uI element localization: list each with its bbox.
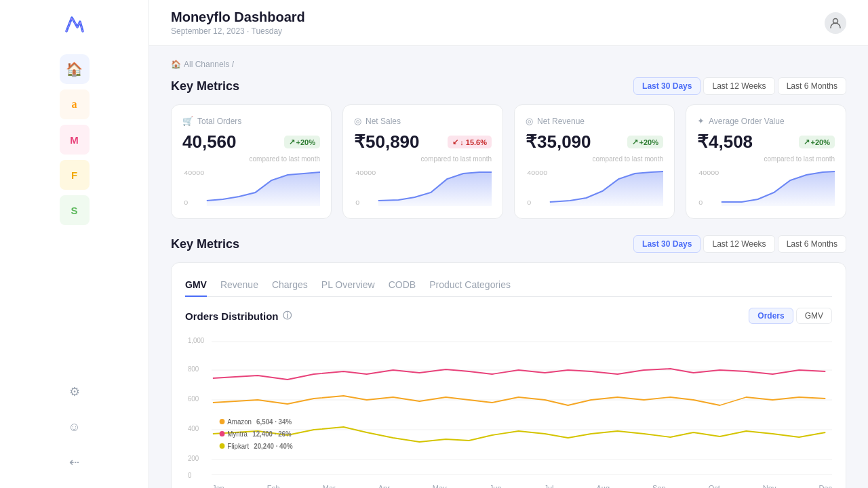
app-date: September 12, 2023 · Tuesday (171, 26, 305, 36)
key-metrics-header-1: Key Metrics Last 30 Days Last 12 Weeks L… (171, 77, 846, 95)
metric-compared-sales: compared to last month (354, 155, 492, 163)
sidebar-item-amazon[interactable]: a (60, 89, 90, 119)
metric-value-row-orders: 40,560 ↗ +20% (182, 131, 320, 152)
myntra-icon: M (70, 134, 79, 146)
tab-charges[interactable]: Charges (272, 274, 308, 297)
metric-label-orders: Total Orders (197, 117, 241, 126)
svg-point-21 (220, 419, 225, 424)
aov-icon: ✦ (697, 116, 705, 126)
tab-pl-overview[interactable]: PL Overview (321, 274, 375, 297)
time-filter-group-2: Last 30 Days Last 12 Weeks Last 6 Months (633, 235, 846, 253)
svg-text:0: 0 (355, 199, 360, 206)
smile-icon: ☺ (68, 420, 80, 434)
app-title: Moneyflo Dashboard (171, 9, 305, 25)
tab-codb[interactable]: CODB (389, 274, 416, 297)
amazon-icon: a (72, 98, 77, 110)
svg-text:12,400 · 26%: 12,400 · 26% (252, 430, 292, 438)
header-info: Moneyflo Dashboard September 12, 2023 · … (171, 9, 305, 36)
header: Moneyflo Dashboard September 12, 2023 · … (149, 0, 868, 46)
metric-value-row-aov: ₹4,508 ↗ +20% (697, 131, 835, 152)
metric-label-aov: Average Order Value (709, 117, 785, 126)
sidebar-item-myntra[interactable]: M (60, 125, 90, 155)
net-sales-icon: ◎ (354, 116, 361, 126)
mini-chart-orders: 40000 0 (182, 167, 320, 207)
svg-text:600: 600 (188, 395, 199, 403)
svg-text:Myntra: Myntra (227, 430, 248, 438)
filter-last-6-months-2[interactable]: Last 6 Months (778, 235, 846, 253)
metric-card-header-orders: 🛒 Total Orders (182, 116, 320, 126)
metric-card-header-aov: ✦ Average Order Value (697, 116, 835, 126)
shopify-icon: S (71, 205, 77, 216)
key-metrics-title-1: Key Metrics (171, 79, 239, 94)
svg-point-24 (220, 431, 225, 436)
filter-last-12-weeks-2[interactable]: Last 12 Weeks (703, 235, 774, 253)
sidebar-item-home[interactable]: 🏠 (60, 54, 90, 84)
svg-text:0: 0 (698, 199, 703, 206)
chart-btn-gmv[interactable]: GMV (796, 308, 832, 324)
orders-distribution-panel: Orders Distribution ⓘ Orders GMV 1,000 8… (185, 308, 832, 488)
metrics-tabs: GMV Revenue Charges PL Overview CODB Pro… (185, 274, 832, 297)
svg-text:400: 400 (188, 425, 199, 432)
sidebar-item-logout[interactable]: ⇠ (60, 447, 90, 477)
filter-last-30-days-2[interactable]: Last 30 Days (633, 235, 701, 253)
sidebar-item-feedback[interactable]: ☺ (60, 412, 90, 442)
metric-compared-aov: compared to last month (697, 155, 835, 163)
main-content: Moneyflo Dashboard September 12, 2023 · … (149, 0, 868, 488)
metrics-section-tabs: GMV Revenue Charges PL Overview CODB Pro… (171, 262, 846, 488)
metric-card-header-revenue: ◎ Net Revenue (526, 116, 663, 126)
svg-text:Flipkart: Flipkart (227, 443, 249, 450)
metric-card-total-orders: 🛒 Total Orders 40,560 ↗ +20% compared to… (171, 104, 332, 219)
chart-container: 1,000 800 600 400 200 0 (185, 332, 832, 488)
content-area: 🏠 All Channels / Key Metrics Last 30 Day… (149, 46, 868, 488)
chart-header: Orders Distribution ⓘ Orders GMV (185, 308, 832, 324)
metric-label-sales: Net Sales (366, 117, 401, 126)
svg-text:800: 800 (188, 365, 199, 373)
filter-last-6-months-1[interactable]: Last 6 Months (778, 77, 846, 95)
svg-text:0: 0 (188, 472, 192, 479)
key-metrics-header-2: Key Metrics Last 30 Days Last 12 Weeks L… (171, 235, 846, 253)
sidebar-bottom: ⚙ ☺ ⇠ (60, 377, 90, 477)
metric-compared-revenue: compared to last month (526, 155, 663, 163)
sidebar-item-settings[interactable]: ⚙ (60, 377, 90, 407)
metric-value-row-sales: ₹50,890 ↙ ↓ 15.6% (354, 131, 492, 152)
cart-icon: 🛒 (182, 116, 193, 126)
svg-point-27 (220, 443, 225, 449)
gear-icon: ⚙ (69, 384, 80, 399)
metric-badge-sales: ↙ ↓ 15.6% (448, 136, 492, 148)
filter-last-30-days-1[interactable]: Last 30 Days (633, 77, 701, 95)
svg-text:1,000: 1,000 (188, 337, 205, 344)
filter-last-12-weeks-1[interactable]: Last 12 Weeks (703, 77, 774, 95)
sidebar-navigation: 🏠 a M F S (0, 54, 149, 225)
key-metrics-title-2: Key Metrics (171, 237, 239, 251)
svg-text:200: 200 (188, 455, 199, 462)
tab-gmv[interactable]: GMV (185, 274, 207, 297)
metric-label-revenue: Net Revenue (537, 117, 585, 126)
tab-revenue[interactable]: Revenue (220, 274, 258, 297)
info-icon: ⓘ (283, 310, 292, 322)
svg-text:6,504 · 34%: 6,504 · 34% (256, 418, 292, 426)
metric-card-aov: ✦ Average Order Value ₹4,508 ↗ +20% comp… (686, 104, 846, 219)
time-filter-group-1: Last 30 Days Last 12 Weeks Last 6 Months (633, 77, 846, 95)
svg-text:40000: 40000 (355, 169, 376, 176)
breadcrumb-home-icon: 🏠 (171, 60, 181, 69)
app-logo (61, 11, 88, 38)
svg-text:20,240 · 40%: 20,240 · 40% (254, 443, 293, 450)
net-revenue-icon: ◎ (526, 116, 533, 126)
metric-value-row-revenue: ₹35,090 ↗ +20% (526, 131, 663, 152)
home-icon: 🏠 (66, 61, 83, 77)
metric-badge-orders: ↗ +20% (284, 136, 320, 148)
sidebar-item-flipkart[interactable]: F (60, 160, 90, 190)
metric-card-net-revenue: ◎ Net Revenue ₹35,090 ↗ +20% compared to… (514, 104, 675, 219)
svg-text:40000: 40000 (184, 169, 204, 176)
chart-controls: Orders GMV (749, 308, 832, 324)
metric-value-orders: 40,560 (182, 131, 237, 152)
user-avatar[interactable] (825, 12, 846, 34)
chart-btn-orders[interactable]: Orders (749, 308, 793, 324)
tab-product-categories[interactable]: Product Categories (429, 274, 511, 297)
svg-text:0: 0 (184, 199, 189, 206)
metric-card-header-sales: ◎ Net Sales (354, 116, 492, 126)
chart-title: Orders Distribution ⓘ (185, 310, 292, 322)
mini-chart-aov: 40000 0 (697, 167, 835, 207)
svg-text:40000: 40000 (527, 169, 547, 176)
sidebar-item-shopify[interactable]: S (60, 195, 90, 225)
